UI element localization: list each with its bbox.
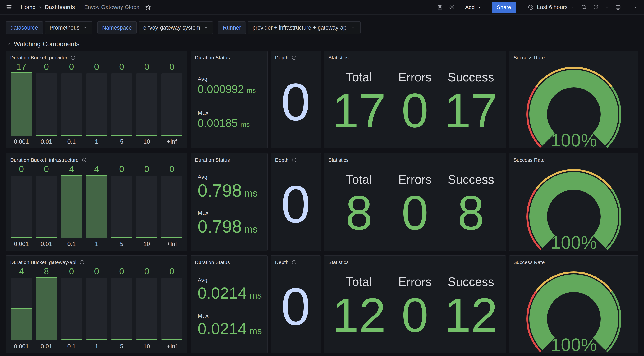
bucket-bar: 0+Inf <box>162 266 182 350</box>
bar-label: 0.001 <box>14 138 29 145</box>
bar-track <box>136 74 157 136</box>
breadcrumb-separator: › <box>39 4 41 10</box>
bar-value: 0 <box>94 266 99 276</box>
max-stat: Max 0.798ms <box>198 210 263 236</box>
bucket-bar: 05 <box>111 164 132 248</box>
duration-status-panel: Duration Status Avg 0.798ms Max 0.798ms <box>190 153 268 251</box>
bar-label: 0.001 <box>14 343 29 350</box>
stat-unit: ms <box>250 326 262 336</box>
stat-value: 0.00185 <box>198 117 238 129</box>
stat-label: Total <box>346 174 372 186</box>
info-icon[interactable] <box>79 260 85 265</box>
bar-label: 0.1 <box>68 240 76 248</box>
bar-fill <box>11 74 32 136</box>
kiosk-monitor-icon[interactable] <box>615 4 621 10</box>
dashboard-grid: Duration Bucket: provider 170.001 00.01 … <box>6 51 638 353</box>
bar-value: 0 <box>119 164 124 174</box>
variable-namespace: Namespace envoy-gateway-system <box>97 22 213 34</box>
time-range-picker[interactable]: Last 6 hours <box>528 4 575 10</box>
stat-unit: ms <box>247 86 256 95</box>
bar-value: 0 <box>144 164 149 174</box>
bar-label: +Inf <box>167 138 177 145</box>
star-icon[interactable] <box>145 4 152 10</box>
bar-cap <box>36 135 57 136</box>
bar-value: 0 <box>44 62 49 72</box>
bar-cap <box>136 237 157 238</box>
bar-value: 0 <box>119 266 124 276</box>
bar-value: 0 <box>19 164 24 174</box>
panel-title: Duration Status <box>195 55 230 61</box>
variable-datasource-value[interactable]: Prometheus <box>45 22 92 34</box>
stat-value: 0 <box>402 191 428 235</box>
menu-icon[interactable] <box>6 4 12 10</box>
bucket-bar: 40.1 <box>61 164 82 248</box>
info-icon[interactable] <box>82 157 87 163</box>
bucket-bar: 05 <box>111 62 132 145</box>
variable-runner-value[interactable]: provider + infrastructure + gateway-api <box>248 22 360 34</box>
bar-cap <box>86 339 107 340</box>
bar-track <box>61 74 82 136</box>
bar-value: 0 <box>69 62 74 72</box>
refresh-icon[interactable] <box>593 4 599 10</box>
stat-value: 12 <box>332 293 386 338</box>
duration-bucket-panel: Duration Bucket: infrastructure 00.001 0… <box>6 153 188 251</box>
stat-label: Success <box>448 71 494 83</box>
panel-row-gateway-api: Duration Bucket: gateway-api 40.001 80.0… <box>6 256 638 353</box>
bucket-bar: 0+Inf <box>162 164 182 248</box>
share-button[interactable]: Share <box>492 2 516 13</box>
bar-value: 0 <box>170 62 174 72</box>
stat-unit: ms <box>240 120 250 128</box>
variable-namespace-label: Namespace <box>97 22 137 34</box>
success-rate-gauge: 100% <box>514 266 634 353</box>
stat-total: Total8 <box>346 174 372 235</box>
bar-label: 5 <box>120 240 123 248</box>
collapse-toolbar-chevron-icon[interactable] <box>633 4 638 10</box>
bar-value: 0 <box>144 62 149 72</box>
bar-label: 10 <box>143 138 150 145</box>
bar-label: 1 <box>95 240 98 248</box>
duration-bucket-panel: Duration Bucket: provider 170.001 00.01 … <box>6 51 188 148</box>
stat-value: 17 <box>444 88 498 133</box>
bar-cap <box>61 135 82 136</box>
max-stat: Max 0.0214ms <box>198 312 263 337</box>
bar-label: 0.01 <box>41 343 52 350</box>
stat-label: Avg <box>198 174 263 180</box>
bar-value: 4 <box>19 266 24 276</box>
stat-value: 8 <box>346 191 372 235</box>
add-button[interactable]: Add <box>461 2 486 13</box>
gauge-value: 100% <box>551 232 597 251</box>
depth-value: 0 <box>275 263 316 350</box>
stat-value: 0.000992 <box>198 83 244 95</box>
add-button-label: Add <box>465 4 475 10</box>
refresh-interval-chevron-icon[interactable] <box>605 5 609 10</box>
stat-errors: Errors0 <box>398 276 432 338</box>
variable-namespace-value[interactable]: envoy-gateway-system <box>138 22 213 34</box>
save-icon[interactable] <box>437 4 443 10</box>
bar-cap <box>11 237 32 238</box>
bucket-bar: 00.001 <box>11 164 32 248</box>
bucket-bar: 0+Inf <box>162 62 182 145</box>
panel-title: Duration Status <box>195 260 230 265</box>
bar-label: 0.1 <box>68 343 76 350</box>
bucket-bar: 01 <box>86 266 107 350</box>
gauge-value: 100% <box>551 130 597 148</box>
stat-label: Total <box>346 71 372 83</box>
bar-track <box>36 74 57 136</box>
breadcrumb-home[interactable]: Home <box>21 4 36 10</box>
stat-success: Success8 <box>448 174 494 235</box>
duration-status-panel: Duration Status Avg 0.000992ms Max 0.001… <box>190 51 268 148</box>
stat-label: Errors <box>398 276 432 288</box>
panel-title: Success Rate <box>514 260 545 265</box>
gear-icon[interactable] <box>449 4 455 10</box>
stat-unit: ms <box>244 188 258 199</box>
bar-value: 0 <box>69 266 74 276</box>
info-icon[interactable] <box>70 55 76 60</box>
success-rate-panel: Success Rate 100% <box>509 51 638 148</box>
bar-cap <box>162 135 182 136</box>
avg-stat: Avg 0.000992ms <box>198 76 263 95</box>
row-watching-components-toggle[interactable]: Watching Components <box>6 40 644 48</box>
zoom-out-icon[interactable] <box>581 4 587 10</box>
bucket-bar: 40.001 <box>11 266 32 350</box>
breadcrumb-dashboards[interactable]: Dashboards <box>45 4 75 10</box>
bar-cap <box>136 339 157 340</box>
